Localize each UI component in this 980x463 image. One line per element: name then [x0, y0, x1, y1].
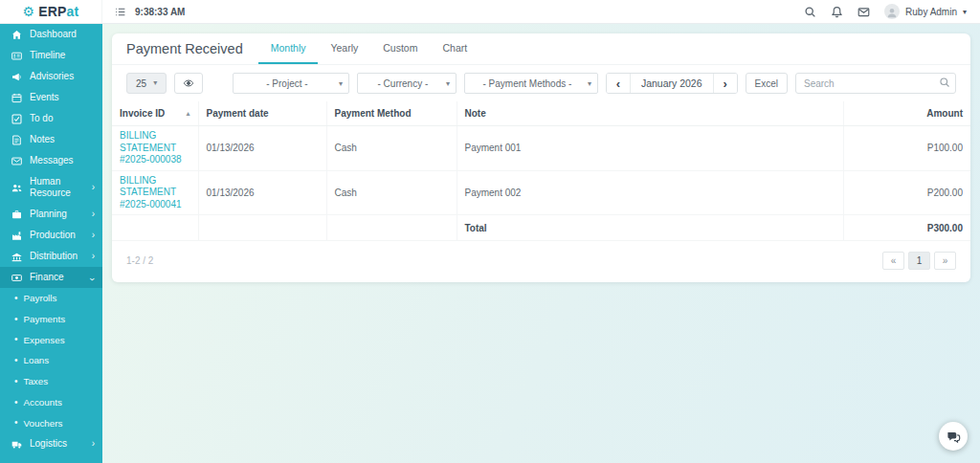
table-row: BILLING STATEMENT #2025-000041 01/13/202…: [112, 170, 970, 215]
chevron-right-icon: ›: [88, 183, 95, 192]
sidebar-item-distribution[interactable]: Distribution ›: [0, 246, 102, 267]
bullet-icon: •: [14, 335, 18, 344]
bullet-icon: •: [14, 418, 18, 428]
next-month-button[interactable]: ›: [714, 74, 737, 93]
payment-methods-select[interactable]: - Payment Methods - ▾: [464, 73, 598, 94]
project-select[interactable]: - Project - ▾: [233, 73, 349, 94]
sidebar-item-todo[interactable]: To do: [0, 108, 102, 129]
bullet-icon: •: [14, 356, 18, 365]
pagination-next-button[interactable]: »: [934, 252, 956, 270]
sidebar-item-timeline[interactable]: Timeline: [0, 45, 102, 66]
page-size-select[interactable]: 25 ▾: [126, 73, 167, 94]
sidebar-item-payments[interactable]: • Payments: [0, 309, 102, 330]
sidebar-item-loans[interactable]: • Loans: [0, 350, 102, 371]
bell-icon[interactable]: [831, 6, 843, 18]
logo-gear-icon: ⚙: [23, 5, 35, 18]
chevron-down-icon: ▾: [153, 79, 157, 87]
currency-select[interactable]: - Currency - ▾: [357, 73, 457, 94]
pagination: 1-2 / 2 « 1 »: [112, 241, 970, 282]
sidebar-item-messages[interactable]: Messages: [0, 150, 102, 171]
column-header-note[interactable]: Note: [457, 101, 843, 126]
chevron-right-icon: ›: [88, 439, 95, 449]
sidebar-item-dashboard[interactable]: Dashboard: [0, 24, 102, 45]
sidebar-item-payrolls[interactable]: • Payrolls: [0, 288, 102, 309]
search-input[interactable]: [795, 73, 956, 94]
user-menu[interactable]: Ruby Admin ▾: [884, 4, 967, 19]
sidebar-item-production[interactable]: Production ›: [0, 225, 102, 246]
column-header-invoice-id[interactable]: Invoice ID ▴: [112, 101, 198, 126]
search-box: [795, 73, 956, 94]
pagination-prev-button[interactable]: «: [882, 252, 904, 270]
chevron-down-icon: ›: [86, 274, 96, 280]
sidebar-item-expenses[interactable]: • Expenses: [0, 330, 102, 351]
note-cell: Payment 002: [457, 170, 843, 215]
sidebar-item-events[interactable]: Events: [0, 87, 102, 108]
pagination-page-1[interactable]: 1: [908, 252, 930, 270]
check-square-icon: [11, 114, 23, 124]
amount-cell: P200.00: [843, 170, 970, 215]
payments-table: Invoice ID ▴ Payment date Payment Method…: [112, 101, 970, 241]
card-header: Payment Received Monthly Yearly Custom C…: [112, 33, 970, 65]
table-total-row: Total P300.00: [112, 215, 970, 241]
envelope-icon: [11, 156, 23, 166]
chevron-right-icon: ›: [88, 231, 95, 240]
payment-received-card: Payment Received Monthly Yearly Custom C…: [112, 33, 970, 282]
previous-month-button[interactable]: ‹: [607, 74, 630, 93]
sidebar-item-vouchers[interactable]: • Vouchers: [0, 413, 102, 434]
brand-name: ERPat: [38, 4, 78, 19]
calendar-icon: [11, 93, 23, 103]
invoice-link[interactable]: BILLING STATEMENT #2025-000041: [120, 175, 190, 211]
payment-method-cell: Cash: [326, 126, 457, 171]
tab-chart[interactable]: Chart: [430, 33, 479, 64]
main-content: Payment Received Monthly Yearly Custom C…: [102, 24, 980, 463]
megaphone-icon: [11, 72, 23, 82]
empty-cell: [112, 215, 198, 241]
filter-toolbar: 25 ▾ - Project - ▾ - Currency - ▾ - Paym…: [112, 65, 970, 101]
money-icon: [11, 273, 23, 283]
home-icon: [11, 30, 23, 40]
column-header-payment-date[interactable]: Payment date: [198, 101, 326, 126]
chevron-down-icon: ▾: [339, 80, 343, 88]
sidebar-item-finance[interactable]: Finance ›: [0, 267, 102, 288]
chevron-right-icon: ›: [88, 252, 95, 261]
column-header-payment-method[interactable]: Payment Method: [326, 101, 457, 126]
sidebar-item-human-resource[interactable]: Human Resource ›: [0, 171, 102, 204]
tab-monthly[interactable]: Monthly: [258, 33, 319, 64]
sidebar-item-advisories[interactable]: Advisories: [0, 66, 102, 87]
note-icon: [11, 135, 23, 145]
sidebar-item-accounts[interactable]: • Accounts: [0, 392, 102, 413]
bullet-icon: •: [14, 398, 18, 408]
chevron-down-icon: ▾: [963, 8, 967, 16]
task-list-icon[interactable]: [114, 6, 126, 18]
column-header-amount[interactable]: Amount: [843, 101, 970, 126]
sidebar-item-notes[interactable]: Notes: [0, 129, 102, 150]
tab-custom[interactable]: Custom: [370, 33, 430, 64]
period-label: January 2026: [630, 74, 714, 93]
sidebar-item-taxes[interactable]: • Taxes: [0, 371, 102, 392]
excel-export-button[interactable]: Excel: [746, 73, 788, 94]
sidebar-item-planning[interactable]: Planning ›: [0, 204, 102, 225]
chat-button[interactable]: [939, 422, 968, 451]
toggle-columns-button[interactable]: [174, 73, 203, 94]
sidebar: Dashboard Timeline Advisories Events To …: [0, 24, 102, 463]
sidebar-item-logistics[interactable]: Logistics ›: [0, 433, 102, 454]
invoice-link[interactable]: BILLING STATEMENT #2025-000038: [120, 130, 190, 166]
sort-asc-icon: ▴: [186, 110, 189, 118]
search-icon[interactable]: [804, 6, 816, 18]
table-row: BILLING STATEMENT #2025-000038 01/13/202…: [112, 126, 970, 171]
avatar: [884, 4, 900, 19]
tab-yearly[interactable]: Yearly: [318, 33, 370, 64]
chevron-down-icon: ▾: [588, 80, 591, 88]
mail-icon[interactable]: [858, 6, 870, 18]
brand-logo[interactable]: ⚙ ERPat: [0, 0, 102, 23]
total-amount: P300.00: [843, 215, 970, 241]
payment-date-cell: 01/13/2026: [198, 126, 326, 171]
bullet-icon: •: [14, 377, 18, 386]
table-header-row: Invoice ID ▴ Payment date Payment Method…: [112, 101, 970, 126]
page-title: Payment Received: [126, 41, 243, 56]
clock-time: 9:38:33 AM: [135, 7, 185, 17]
users-icon: [11, 183, 23, 193]
chevron-down-icon: ▾: [446, 80, 450, 88]
truck-icon: [11, 439, 23, 450]
bullet-icon: •: [14, 315, 18, 324]
